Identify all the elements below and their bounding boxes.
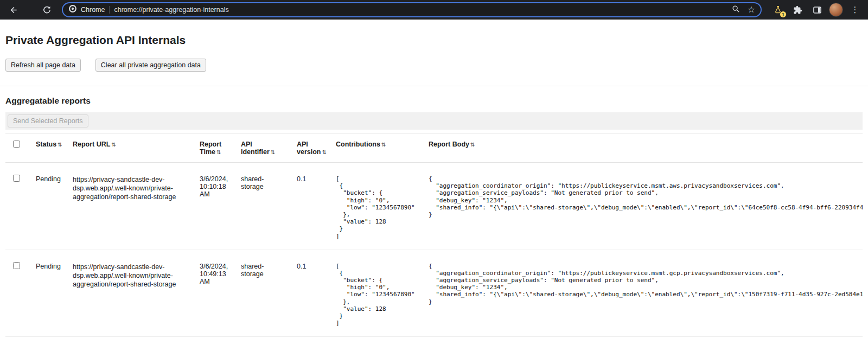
- chrome-chip: Chrome: [68, 4, 105, 15]
- cell-report-body: { "aggregation_coordinator_origin": "htt…: [423, 163, 863, 250]
- header-report-time[interactable]: Report Time⇅: [194, 133, 235, 163]
- header-report-body[interactable]: Report Body⇅: [423, 133, 863, 163]
- sort-icon: ⇅: [381, 142, 386, 148]
- cell-report-time: 3/6/2024, 10:10:18 AM: [194, 163, 235, 250]
- page-title: Private Aggregation API Internals: [5, 34, 863, 47]
- header-report-body-label: Report Body: [429, 141, 469, 148]
- reload-icon: [42, 5, 52, 15]
- section-heading: Aggregatable reports: [5, 96, 863, 106]
- cell-api-identifier: shared-storage: [235, 250, 291, 337]
- cell-api-version: 0.1: [291, 250, 330, 337]
- cell-api-version: 0.1: [291, 163, 330, 250]
- search-icon[interactable]: [732, 5, 740, 15]
- report-body-json: { "aggregation_coordinator_origin": "htt…: [429, 263, 857, 305]
- profile-avatar[interactable]: [829, 3, 843, 17]
- row-checkbox[interactable]: [13, 262, 20, 269]
- header-report-url[interactable]: Report URL⇅: [67, 133, 194, 163]
- toolbar-badge: 1: [780, 11, 787, 18]
- header-api-version-label: API version: [297, 141, 321, 156]
- refresh-all-button[interactable]: Refresh all page data: [5, 59, 81, 72]
- table-row: Pending https://privacy-sandcastle-dev-d…: [5, 163, 863, 250]
- divider: [0, 86, 868, 86]
- back-arrow-icon: [9, 5, 18, 15]
- omnibox-divider: [109, 6, 110, 14]
- header-contributions[interactable]: Contributions⇅: [330, 133, 423, 163]
- browser-toolbar: Chrome chrome://private-aggregation-inte…: [0, 0, 868, 20]
- browser-menu-button[interactable]: ⋮: [847, 2, 863, 17]
- cell-report-time: 3/6/2024, 10:49:13 AM: [194, 250, 235, 337]
- sort-icon: ⇅: [470, 142, 475, 148]
- extensions-button[interactable]: [790, 2, 805, 17]
- header-status[interactable]: Status⇅: [30, 133, 67, 163]
- clear-all-button[interactable]: Clear all private aggregation data: [95, 59, 206, 72]
- puzzle-icon: [793, 5, 802, 15]
- select-all-cell: [5, 133, 30, 163]
- header-report-url-label: Report URL: [73, 141, 110, 148]
- cell-report-body: { "aggregation_coordinator_origin": "htt…: [423, 250, 863, 337]
- cell-report-url: https://privacy-sandcastle-dev-dsp.web.a…: [67, 163, 194, 250]
- side-panel-icon: [813, 5, 822, 15]
- back-button[interactable]: [5, 2, 21, 17]
- reports-table: Status⇅ Report URL⇅ Report Time⇅ API ide…: [5, 133, 863, 337]
- header-contributions-label: Contributions: [336, 141, 380, 148]
- chrome-chip-label: Chrome: [81, 6, 105, 14]
- select-all-checkbox[interactable]: [13, 141, 20, 148]
- header-status-label: Status: [36, 141, 56, 148]
- experiments-flask-button[interactable]: 1: [770, 2, 786, 17]
- reload-button[interactable]: [39, 2, 54, 17]
- contributions-json: [ { "bucket": { "high": "0", "low": "123…: [336, 175, 418, 240]
- page-content: Private Aggregation API Internals Refres…: [0, 34, 868, 337]
- cell-status: Pending: [30, 163, 67, 250]
- selection-toolbar: Send Selected Reports: [5, 112, 863, 130]
- side-panel-button[interactable]: [809, 2, 825, 17]
- kebab-menu-icon: ⋮: [851, 5, 859, 15]
- sort-icon: ⇅: [271, 149, 275, 155]
- address-bar[interactable]: Chrome chrome://private-aggregation-inte…: [62, 2, 762, 17]
- cell-api-identifier: shared-storage: [235, 163, 291, 250]
- cell-contributions: [ { "bucket": { "high": "0", "low": "123…: [330, 163, 423, 250]
- header-api-version[interactable]: API version⇅: [291, 133, 330, 163]
- sort-icon: ⇅: [322, 149, 326, 155]
- row-checkbox[interactable]: [13, 175, 20, 182]
- header-api-identifier-label: API identifier: [241, 141, 270, 156]
- header-api-identifier[interactable]: API identifier⇅: [235, 133, 291, 163]
- send-selected-reports-button[interactable]: Send Selected Reports: [8, 114, 88, 127]
- cell-status: Pending: [30, 250, 67, 337]
- cell-contributions: [ { "bucket": { "high": "0", "low": "123…: [330, 250, 423, 337]
- sort-icon: ⇅: [58, 142, 62, 148]
- chrome-logo-icon: [68, 4, 77, 15]
- sort-icon: ⇅: [216, 149, 221, 155]
- sort-icon: ⇅: [111, 142, 116, 148]
- report-body-json: { "aggregation_coordinator_origin": "htt…: [429, 175, 857, 218]
- bookmark-star-icon[interactable]: ☆: [748, 5, 755, 14]
- table-row: Pending https://privacy-sandcastle-dev-d…: [5, 250, 863, 337]
- cell-report-url: https://privacy-sandcastle-dev-dsp.web.a…: [67, 250, 194, 337]
- url-text: chrome://private-aggregation-internals: [114, 6, 727, 14]
- page-actions: Refresh all page data Clear all private …: [5, 59, 863, 72]
- table-header-row: Status⇅ Report URL⇅ Report Time⇅ API ide…: [5, 133, 863, 163]
- contributions-json: [ { "bucket": { "high": "0", "low": "123…: [336, 263, 418, 327]
